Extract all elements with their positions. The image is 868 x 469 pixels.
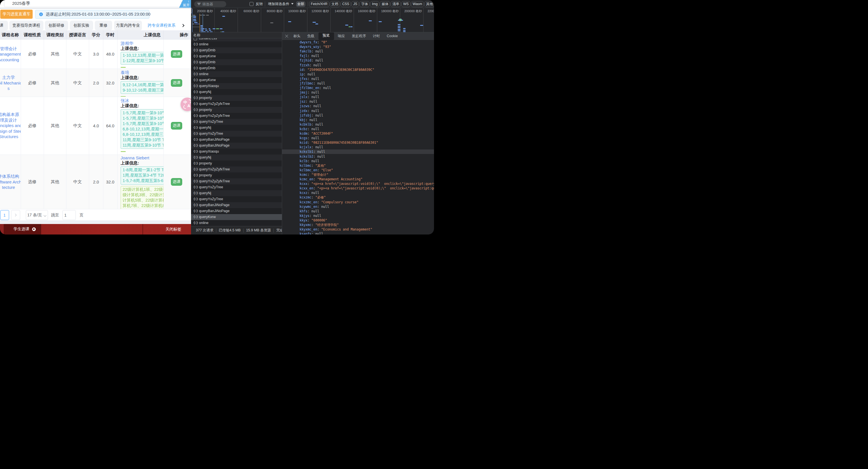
preview-row-kcxz[interactable]: kcxz: null xyxy=(282,191,434,195)
filter-chip--[interactable]: 文档 xyxy=(330,1,340,7)
course-tab-6[interactable]: 跨专业课程体系 xyxy=(143,21,180,30)
request-row-queryYxZyTree[interactable]: {:}queryYxZyTree xyxy=(191,184,282,190)
preview-row-fzjhid[interactable]: fzjhid: null xyxy=(282,58,434,63)
preview-row-kkyxmc[interactable]: kkyxmc: "经济管理学院" xyxy=(282,223,434,227)
filter-chip--[interactable]: 清单 xyxy=(391,1,401,7)
request-row-queryBanJiNoPage[interactable]: {:}queryBanJiNoPage xyxy=(191,143,282,148)
filter-chip-ws[interactable]: WS xyxy=(401,1,410,7)
preview-row-kcmc[interactable]: kcmc: "管理会计" xyxy=(282,172,434,177)
request-row-queryNj[interactable]: {:}queryNj xyxy=(191,190,282,196)
expand-dash[interactable] xyxy=(121,67,126,68)
preview-row-fakclb[interactable]: fakclb: null xyxy=(282,49,434,54)
term-select[interactable]: 2025春季 xyxy=(4,0,186,7)
details-tab-标头[interactable]: 标头 xyxy=(290,32,304,40)
select-course-button[interactable]: 选课 xyxy=(171,122,182,130)
preview-row-kckslb2[interactable]: kckslb2: null xyxy=(282,154,434,159)
filter-chip-img[interactable]: Img xyxy=(370,1,379,7)
preview-row-fzzxh[interactable]: fzzxh: null xyxy=(282,63,434,67)
preview-row-kcxzmc[interactable]: kcxzmc: "必修" xyxy=(282,195,434,200)
tab-overflow-fragment[interactable]: 课 xyxy=(0,21,8,30)
details-tab-响应[interactable]: 响应 xyxy=(335,32,348,40)
request-row-queryBanJiNoPage[interactable]: {:}queryBanJiNoPage xyxy=(191,208,282,214)
preview-row-kcbklb[interactable]: kcbklb: null xyxy=(282,122,434,127)
filter-chip-css[interactable]: CSS xyxy=(341,1,351,7)
preview-row-kcywmc_en[interactable]: kcywmc_en: null xyxy=(282,204,434,209)
request-row-property[interactable]: {:}property xyxy=(191,107,282,113)
filter-chip--[interactable]: 字体 xyxy=(359,1,370,7)
filter-chip-fetch-xhr[interactable]: Fetch/XHR xyxy=(309,1,329,7)
course-name-link[interactable]: 土力学Soil Mechanics xyxy=(0,74,21,91)
preview-row-dwyxrs_wzy[interactable]: dwyxrs_wzy: "93" xyxy=(282,44,434,49)
request-row-queryYxZyZyfxTree[interactable]: {:}queryYxZyZyfxTree xyxy=(191,113,282,119)
page-size-select[interactable]: 17 条/页 xyxy=(26,210,48,220)
request-row-queryNj[interactable]: {:}queryNj xyxy=(191,89,282,95)
request-row-queryYxZyTree[interactable]: {:}queryYxZyTree xyxy=(191,196,282,202)
preview-row-id[interactable]: id: "25096DC647EFD153E0630C18F80A039C" xyxy=(282,67,434,72)
request-row-property[interactable]: {:}property xyxy=(191,172,282,178)
request-row-queryDmb[interactable]: {:}queryDmb xyxy=(191,47,282,53)
request-row-queryYxZyZyfxTree[interactable]: {:}queryYxZyZyfxTree xyxy=(191,178,282,184)
filter-chip-wasm[interactable]: Wasm xyxy=(411,1,424,7)
preview-row-jzfsbj[interactable]: jzfsbj: null xyxy=(282,113,434,118)
request-row-property[interactable]: {:}property xyxy=(191,95,282,101)
preview-row-jsz[interactable]: jsz: null xyxy=(282,99,434,104)
request-row-property[interactable]: {:}property xyxy=(191,161,282,166)
progress-button[interactable]: 学习进度直通车 xyxy=(0,10,33,19)
course-tab-4[interactable]: 重修 xyxy=(95,21,112,30)
request-row-queryBanJiNoPage[interactable]: {:}queryBanJiNoPage xyxy=(191,202,282,208)
preview-row-ksapfs[interactable]: ksapfs: null xyxy=(282,232,434,234)
close-details-icon[interactable] xyxy=(285,34,289,38)
name-column-header[interactable]: 名称 xyxy=(191,32,282,38)
preview-row-kckslb1[interactable]: kckslb1: null xyxy=(282,149,434,154)
expand-dash[interactable] xyxy=(121,96,126,97)
preview-row-kcbz[interactable]: kcbz: null xyxy=(282,127,434,131)
preview-row-ip[interactable]: ip: null xyxy=(282,72,434,76)
course-name-link[interactable]: 件体系结构Software Architecture xyxy=(0,173,21,190)
select-course-button[interactable]: 选课 xyxy=(171,50,182,58)
preview-row-kkyxmc_en[interactable]: kkyxmc_en: "Economics and Management" xyxy=(282,227,434,232)
details-tab-Cookie[interactable]: Cookie xyxy=(383,32,401,40)
request-row-online[interactable]: {:}online xyxy=(191,220,282,226)
page-button-1[interactable]: 1 xyxy=(0,210,9,220)
jump-page-input[interactable]: 1 xyxy=(62,210,76,220)
request-row-queryNj[interactable]: {:}queryNj xyxy=(191,125,282,131)
details-tab-负载[interactable]: 负载 xyxy=(304,32,318,40)
preview-row-fxjl[interactable]: fxjl: null xyxy=(282,54,434,58)
select-course-button[interactable]: 选课 xyxy=(171,79,182,87)
filter-chip--[interactable]: 媒体 xyxy=(380,1,390,7)
request-row-content.css[interactable]: content.css xyxy=(191,38,282,41)
details-tab-发起程序[interactable]: 发起程序 xyxy=(348,32,370,40)
request-row-queryDmb[interactable]: {:}queryDmb xyxy=(191,59,282,65)
filter-chip--[interactable]: 全部 xyxy=(296,1,305,7)
details-tab-计时[interactable]: 计时 xyxy=(370,32,383,40)
preview-row-jfzlbmc[interactable]: jfzlbmc: null xyxy=(282,81,434,86)
preview-row-kcdm[interactable]: kcdm: "ACCT2004F" xyxy=(282,131,434,136)
close-tabs-button[interactable]: 关闭标签 xyxy=(165,227,181,232)
request-row-queryYxZyTree[interactable]: {:}queryYxZyTree xyxy=(191,131,282,137)
request-row-queryNj[interactable]: {:}queryNj xyxy=(191,155,282,161)
preview-row-kclb[interactable]: kclb: null xyxy=(282,159,434,163)
more-filters-button[interactable]: 增加筛选条件 xyxy=(268,2,289,6)
expand-dash[interactable] xyxy=(121,151,126,152)
preview-row-kkyx[interactable]: kkyx: "600006" xyxy=(282,218,434,223)
filter-chip-js[interactable]: JS xyxy=(351,1,359,7)
request-row-queryBanJiNoPage[interactable]: {:}queryBanJiNoPage xyxy=(191,137,282,143)
request-row-queryYxZyZyfxTree[interactable]: {:}queryYxZyZyfxTree xyxy=(191,166,282,172)
request-row-queryKxrw[interactable]: {:}queryKxrw xyxy=(191,214,282,220)
preview-row-kclbmc[interactable]: kclbmc: "其他" xyxy=(282,163,434,168)
details-tab-预览[interactable]: 预览 xyxy=(318,32,334,40)
invert-checkbox[interactable] xyxy=(249,2,253,6)
course-tab-3[interactable]: 创新实验 xyxy=(70,21,93,30)
student-course-tab[interactable]: 学生选课 xyxy=(4,224,41,235)
request-row-queryXiaoqu[interactable]: {:}queryXiaoqu xyxy=(191,148,282,155)
course-tab-2[interactable]: 创新研修 xyxy=(45,21,68,30)
course-tab-1[interactable]: 竞赛指导类课程 xyxy=(9,21,43,30)
teacher-link[interactable]: 游相华 xyxy=(121,41,163,46)
request-row-online[interactable]: {:}online xyxy=(191,41,282,47)
request-row-queryXiaoqu[interactable]: {:}queryXiaoqu xyxy=(191,83,282,89)
request-row-online[interactable]: {:}online xyxy=(191,71,282,77)
teacher-link[interactable]: 泰培 xyxy=(121,70,163,75)
preview-row-kcgs[interactable]: kcgs: null xyxy=(282,136,434,140)
filter-input[interactable]: 筛选器 xyxy=(194,1,226,7)
preview-row-jslx[interactable]: jslx: null xyxy=(282,95,434,99)
